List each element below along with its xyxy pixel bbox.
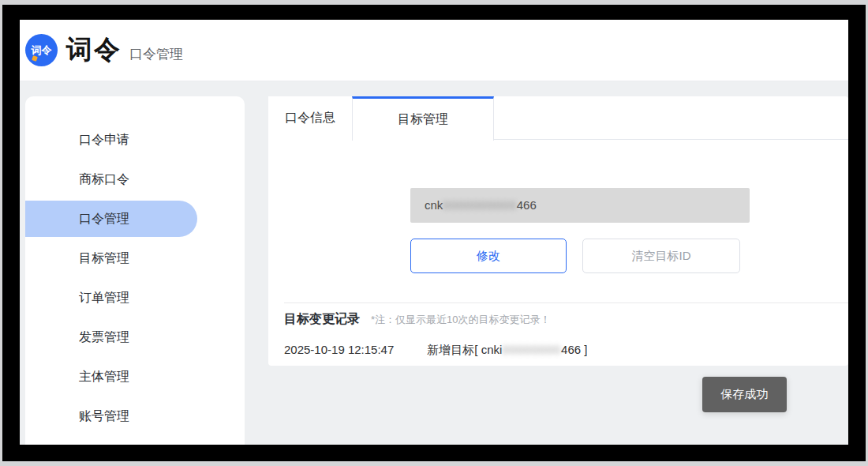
record-action-prefix: 新增目标[ cnki [427, 343, 502, 356]
logo-accent [32, 55, 38, 62]
page-subtitle: 口令管理 [129, 45, 183, 63]
section-divider [284, 303, 848, 303]
change-log-title: 目标变更记录 [284, 311, 360, 328]
tab-bar: 口令信息 目标管理 [268, 96, 848, 140]
tab-password-info[interactable]: 口令信息 [268, 96, 352, 140]
modify-button[interactable]: 修改 [410, 239, 567, 273]
change-log-note: *注：仅显示最近10次的目标变更记录！ [371, 313, 551, 327]
clear-target-id-button[interactable]: 清空目标ID [582, 239, 740, 273]
sidebar-item-target-manage[interactable]: 目标管理 [25, 240, 245, 276]
sidebar: 口令申请 商标口令 口令管理 目标管理 订单管理 发票管理 主体管理 账号管理 [25, 96, 245, 445]
target-id-field[interactable]: cnk0000000000466 [410, 188, 750, 223]
target-id-redacted: 0000000000 [443, 198, 516, 212]
sidebar-item-order-manage[interactable]: 订单管理 [25, 280, 245, 316]
brand-title: 词令 [66, 32, 122, 68]
change-log-record: 2025-10-19 12:15:47 新增目标[ cnki0000000046… [284, 343, 587, 358]
change-log-header: 目标变更记录 *注：仅显示最近10次的目标变更记录！ [284, 311, 551, 328]
app-window: 词令 词令 口令管理 口令申请 商标口令 口令管理 目标管理 订单管理 发票管理… [20, 20, 848, 445]
sidebar-item-entity-manage[interactable]: 主体管理 [25, 359, 245, 395]
record-action-redacted: 00000000 [502, 343, 561, 356]
sidebar-item-account-manage[interactable]: 账号管理 [25, 398, 245, 434]
app-header: 词令 词令 口令管理 [20, 20, 848, 81]
tab-target-manage[interactable]: 目标管理 [352, 96, 494, 141]
record-action-suffix: 466 ] [561, 343, 587, 356]
sidebar-item-password-apply[interactable]: 口令申请 [25, 122, 245, 158]
sidebar-item-trademark-password[interactable]: 商标口令 [25, 161, 245, 197]
target-id-suffix: 466 [517, 198, 537, 212]
sidebar-item-invoice-manage[interactable]: 发票管理 [25, 319, 245, 355]
sidebar-item-password-manage[interactable]: 口令管理 [25, 201, 197, 237]
record-action: 新增目标[ cnki00000000466 ] [427, 343, 587, 358]
record-timestamp: 2025-10-19 12:15:47 [284, 343, 394, 356]
brand-logo-icon: 词令 [25, 34, 58, 66]
target-id-prefix: cnk [425, 198, 443, 212]
main-card: 口令信息 目标管理 cnk0000000000466 修改 清空目标ID 目标变… [268, 96, 848, 366]
save-success-toast: 保存成功 [702, 377, 787, 412]
